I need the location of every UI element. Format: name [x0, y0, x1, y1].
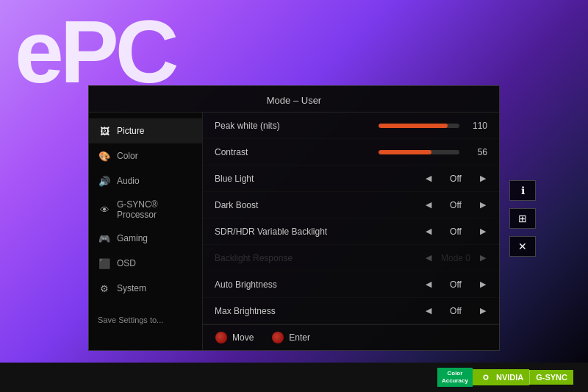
nvidia-badge: NVIDIA — [473, 369, 529, 385]
close-button[interactable]: ✕ — [509, 236, 536, 257]
audio-icon: 🔊 — [98, 174, 111, 188]
dark-boost-left[interactable]: ◀ — [424, 199, 433, 211]
nvidia-eye-logo — [478, 372, 493, 382]
nvidia-logo-area: Color Accuracy NVIDIA G-SYNC — [437, 368, 573, 386]
sidebar-label-gsync: G-SYNC® Processor — [117, 199, 193, 220]
sidebar-item-picture[interactable]: 🖼 Picture — [89, 118, 202, 143]
picture-icon: 🖼 — [98, 124, 111, 138]
setting-row-auto-brightness: Auto Brightness ◀ Off ▶ — [203, 271, 499, 298]
auto-brightness-left[interactable]: ◀ — [424, 278, 433, 291]
backlight-response-right: ▶ — [478, 252, 487, 264]
peak-white-bar — [379, 124, 459, 128]
move-button: Move — [215, 331, 254, 344]
contrast-fill — [379, 150, 431, 154]
sidebar-label-picture: Picture — [117, 126, 144, 136]
sdr-hdr-value: Off — [437, 227, 474, 237]
sidebar-item-gaming[interactable]: 🎮 Gaming — [89, 226, 202, 251]
contrast-bar — [379, 150, 459, 154]
sidebar-label-system: System — [117, 283, 146, 293]
setting-row-peak-white: Peak white (nits) 110 — [203, 113, 499, 139]
blue-light-left[interactable]: ◀ — [424, 172, 433, 185]
label-sdr-hdr: SDR/HDR Variable Backlight — [215, 227, 343, 237]
label-contrast: Contrast — [215, 147, 343, 157]
blue-light-control: ◀ Off ▶ — [343, 172, 487, 185]
gsync-icon: 👁 — [98, 203, 111, 216]
peak-white-value: 110 — [465, 121, 487, 131]
setting-row-blue-light: Blue Light ◀ Off ▶ — [203, 165, 499, 192]
peak-white-control: 110 — [343, 121, 487, 131]
sidebar-item-system[interactable]: ⚙ System — [89, 276, 202, 301]
right-icons: ℹ ⊞ ✕ — [509, 180, 536, 257]
sidebar-item-osd[interactable]: ⬛ OSD — [89, 251, 202, 276]
contrast-control: 56 — [343, 147, 487, 157]
setting-row-contrast: Contrast 56 — [203, 139, 499, 165]
system-icon: ⚙ — [98, 282, 111, 295]
label-backlight-response: Backlight Response — [215, 253, 343, 263]
backlight-response-control: ◀ Mode 0 ▶ — [343, 252, 487, 264]
auto-brightness-control: ◀ Off ▶ — [343, 278, 487, 291]
label-blue-light: Blue Light — [215, 174, 343, 184]
sidebar-item-color[interactable]: 🎨 Color — [89, 143, 202, 168]
max-brightness-control: ◀ Off ▶ — [343, 304, 487, 317]
auto-brightness-right[interactable]: ▶ — [478, 278, 487, 291]
dark-boost-right[interactable]: ▶ — [478, 199, 487, 211]
gaming-icon: 🎮 — [98, 232, 111, 245]
setting-row-dark-boost: Dark Boost ◀ Off ▶ — [203, 192, 499, 218]
auto-brightness-value: Off — [437, 279, 474, 290]
sidebar-label-audio: Audio — [117, 176, 140, 186]
label-peak-white: Peak white (nits) — [215, 121, 343, 131]
color-icon: 🎨 — [98, 149, 111, 163]
enter-icon — [271, 331, 284, 344]
enter-label: Enter — [289, 332, 310, 343]
dark-boost-control: ◀ Off ▶ — [343, 199, 487, 211]
sidebar-item-gsync[interactable]: 👁 G-SYNC® Processor — [89, 193, 202, 226]
sidebar: 🖼 Picture 🎨 Color 🔊 Audio — [89, 113, 203, 350]
setting-row-sdr-hdr: SDR/HDR Variable Backlight ◀ Off ▶ — [203, 218, 499, 245]
backlight-response-value: Mode 0 — [437, 253, 474, 263]
gsync-badge: G-SYNC — [529, 370, 573, 385]
enter-button: Enter — [271, 331, 310, 344]
move-label: Move — [232, 332, 254, 343]
bottom-strip: Color Accuracy NVIDIA G-SYNC — [0, 363, 588, 392]
max-brightness-left[interactable]: ◀ — [424, 304, 433, 317]
bottom-bar: Move Enter — [203, 324, 499, 350]
grid-button[interactable]: ⊞ — [509, 208, 536, 229]
info-button[interactable]: ℹ — [509, 180, 536, 201]
blue-light-right[interactable]: ▶ — [478, 172, 487, 185]
setting-row-max-brightness: Max Brightness ◀ Off ▶ — [203, 298, 499, 324]
osd-panel: Mode – User 🖼 Picture 🎨 Color — [88, 85, 500, 351]
dpad-icon — [215, 331, 228, 344]
peak-white-fill — [379, 124, 448, 128]
save-settings[interactable]: Save Settings to... — [89, 301, 202, 330]
label-max-brightness: Max Brightness — [215, 306, 343, 316]
osd-icon: ⬛ — [98, 257, 111, 270]
setting-row-backlight-response: Backlight Response ◀ Mode 0 ▶ — [203, 245, 499, 271]
sdr-hdr-right[interactable]: ▶ — [478, 225, 487, 238]
content-area: Peak white (nits) 110 Contrast — [203, 113, 499, 350]
sdr-hdr-control: ◀ Off ▶ — [343, 225, 487, 238]
max-brightness-value: Off — [437, 306, 474, 316]
sidebar-label-osd: OSD — [117, 258, 136, 268]
label-dark-boost: Dark Boost — [215, 200, 343, 210]
dark-boost-value: Off — [437, 200, 474, 210]
nvidia-text: NVIDIA — [496, 373, 523, 382]
sidebar-item-audio[interactable]: 🔊 Audio — [89, 168, 202, 193]
osd-title: Mode – User — [89, 86, 499, 113]
svg-point-1 — [484, 376, 487, 379]
sidebar-label-color: Color — [117, 151, 138, 161]
max-brightness-right[interactable]: ▶ — [478, 304, 487, 317]
contrast-value: 56 — [465, 147, 487, 157]
label-auto-brightness: Auto Brightness — [215, 279, 343, 290]
backlight-response-left: ◀ — [424, 252, 433, 264]
color-accuracy-badge: Color Accuracy — [437, 368, 473, 386]
blue-light-value: Off — [437, 174, 474, 184]
sdr-hdr-left[interactable]: ◀ — [424, 225, 433, 238]
sidebar-label-gaming: Gaming — [117, 233, 148, 243]
